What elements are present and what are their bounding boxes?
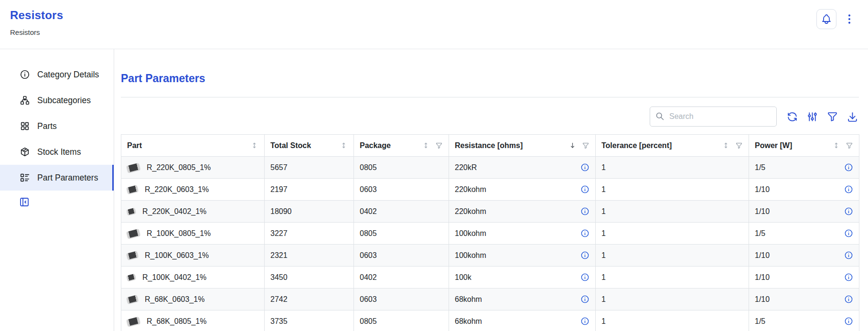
search-box [650, 107, 777, 127]
column-filter-icon[interactable] [435, 142, 443, 149]
info-icon [844, 229, 853, 238]
info-icon[interactable] [580, 273, 589, 282]
info-icon [580, 273, 589, 282]
part-cell[interactable]: R_100K_0603_1% [121, 245, 265, 267]
filter-icon [826, 111, 838, 123]
info-icon[interactable] [844, 185, 853, 194]
info-icon[interactable] [844, 273, 853, 282]
power-cell: 1/5 [749, 157, 859, 179]
table-row[interactable]: R_100K_0402_1%34500402100k11/10 [121, 267, 859, 288]
part-thumbnail [127, 274, 136, 281]
part-cell[interactable]: R_100K_0805_1% [121, 223, 265, 245]
part-thumbnail [127, 185, 138, 194]
total-stock-cell: 3450 [265, 267, 354, 288]
info-icon [844, 317, 853, 326]
power-value: 1/5 [755, 317, 765, 326]
header-titles: Resistors Resistors [10, 9, 63, 49]
power-value: 1/10 [755, 207, 770, 216]
sitemap-icon [20, 95, 30, 106]
column-filter-icon[interactable] [735, 142, 743, 149]
overflow-menu-button[interactable] [843, 9, 856, 29]
column-filter-icon[interactable] [846, 142, 853, 149]
column-label: Package [360, 141, 391, 150]
part-cell[interactable]: R_220K_0603_1% [121, 179, 265, 201]
download-button[interactable] [846, 110, 859, 123]
search-input[interactable] [650, 107, 777, 127]
breadcrumb[interactable]: Resistors [10, 28, 63, 36]
notifications-button[interactable] [816, 9, 836, 29]
info-icon[interactable] [580, 185, 589, 194]
resistance-value: 100kohm [455, 251, 486, 260]
column-header-resistance-ohms[interactable]: Resistance [ohms] [449, 135, 596, 157]
sidebar-item-parts[interactable]: Parts [0, 113, 114, 139]
part-thumbnail [127, 317, 140, 326]
info-icon[interactable] [580, 207, 589, 216]
info-icon[interactable] [580, 317, 589, 326]
table-toolbar [121, 107, 859, 127]
page-header: Resistors Resistors [0, 0, 868, 49]
column-settings-button[interactable] [806, 110, 819, 123]
power-cell: 1/10 [749, 201, 859, 223]
page-title: Resistors [10, 9, 63, 22]
table-row[interactable]: R_220K_0805_1%56570805220kR11/5 [121, 157, 859, 179]
info-icon [580, 251, 589, 260]
part-cell[interactable]: R_68K_0603_1% [121, 288, 265, 310]
part-cell[interactable]: R_220K_0402_1% [121, 201, 265, 223]
info-icon [580, 229, 589, 238]
sort-icon[interactable] [422, 141, 430, 149]
sidebar-item-label: Stock Items [37, 147, 81, 157]
header-actions [816, 9, 856, 49]
sidebar-item-label: Category Details [37, 70, 99, 80]
resistance-value: 220kohm [455, 185, 486, 194]
total-stock-cell: 18090 [265, 201, 354, 223]
package-cell: 0402 [354, 201, 449, 223]
part-name: R_68K_0603_1% [145, 295, 204, 304]
table-row[interactable]: R_100K_0603_1%23210603100kohm11/10 [121, 245, 859, 267]
column-header-power-w[interactable]: Power [W] [749, 135, 859, 157]
download-icon [847, 111, 858, 123]
power-value: 1/10 [755, 273, 770, 282]
sort-icon[interactable] [250, 141, 258, 149]
table-row[interactable]: R_100K_0805_1%32270805100kohm11/5 [121, 223, 859, 245]
sidebar-collapse-button[interactable] [19, 196, 30, 209]
sidebar-item-part-parameters[interactable]: Part Parameters [0, 165, 114, 191]
part-cell[interactable]: R_100K_0402_1% [121, 267, 265, 288]
info-icon [844, 273, 853, 282]
info-icon[interactable] [580, 295, 589, 304]
tolerance-cell: 1 [596, 201, 749, 223]
part-cell[interactable]: R_68K_0805_1% [121, 310, 265, 331]
info-icon[interactable] [580, 163, 589, 172]
column-header-package[interactable]: Package [354, 135, 449, 157]
table-row[interactable]: R_68K_0603_1%2742060368kohm11/10 [121, 288, 859, 310]
part-cell[interactable]: R_220K_0805_1% [121, 157, 265, 179]
info-icon[interactable] [844, 229, 853, 238]
info-icon[interactable] [844, 251, 853, 260]
sort-descending-icon[interactable] [568, 141, 577, 149]
filter-button[interactable] [826, 110, 839, 123]
sort-icon[interactable] [340, 141, 348, 149]
info-icon[interactable] [580, 251, 589, 260]
sidebar-item-category-details[interactable]: Category Details [0, 62, 114, 87]
sort-icon[interactable] [832, 141, 840, 149]
box-icon [20, 147, 30, 157]
refresh-button[interactable] [786, 110, 799, 123]
info-icon[interactable] [844, 163, 853, 172]
sidebar-item-subcategories[interactable]: Subcategories [0, 87, 114, 113]
info-icon[interactable] [844, 207, 853, 216]
app-window: Resistors Resistors Category DetailsSubc… [0, 0, 868, 331]
info-icon[interactable] [844, 295, 853, 304]
column-filter-icon[interactable] [582, 142, 589, 149]
info-icon[interactable] [580, 229, 589, 238]
info-icon [844, 295, 853, 304]
table-row[interactable]: R_220K_0603_1%21970603220kohm11/10 [121, 179, 859, 201]
column-header-total-stock[interactable]: Total Stock [265, 135, 354, 157]
sort-icon[interactable] [722, 141, 730, 149]
table-row[interactable]: R_68K_0805_1%3735080568kohm11/5 [121, 310, 859, 331]
part-name: R_220K_0805_1% [147, 163, 211, 172]
power-cell: 1/10 [749, 267, 859, 288]
column-header-part[interactable]: Part [121, 135, 265, 157]
column-header-tolerance-percent[interactable]: Tolerance [percent] [596, 135, 749, 157]
info-icon[interactable] [844, 317, 853, 326]
sidebar-item-stock-items[interactable]: Stock Items [0, 139, 114, 165]
table-row[interactable]: R_220K_0402_1%180900402220kohm11/10 [121, 201, 859, 223]
